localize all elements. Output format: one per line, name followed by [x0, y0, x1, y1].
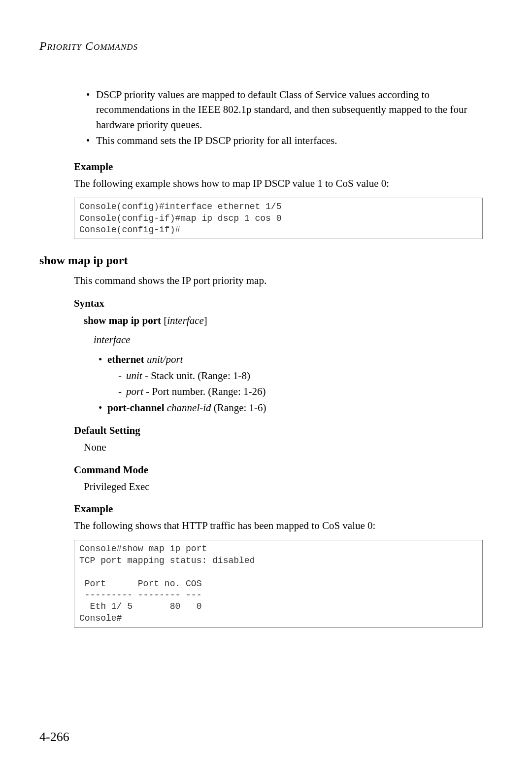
syntax-block: show map ip port [interface] interface e… [84, 313, 483, 416]
syntax-command-line: show map ip port [interface] [84, 313, 483, 329]
example2-text: The following shows that HTTP traffic ha… [74, 518, 483, 533]
ethernet-params-list: unit - Stack unit. (Range: 1-8) port - P… [118, 368, 483, 400]
example-text: The following example shows how to map I… [74, 176, 483, 191]
page-number: 4-266 [39, 730, 69, 744]
command-mode-heading: Command Mode [74, 464, 483, 476]
intro-bullet-list: DSCP priority values are mapped to defau… [86, 87, 483, 148]
list-item: port - Port number. (Range: 1-26) [118, 384, 483, 400]
syntax-bracket-close: ] [204, 315, 207, 326]
default-setting-value: None [84, 440, 483, 455]
unit-desc: - Stack unit. (Range: 1-8) [142, 370, 250, 382]
list-item: This command sets the IP DSCP priority f… [86, 133, 483, 148]
command-content: This command shows the IP port priority … [74, 273, 483, 628]
list-item: DSCP priority values are mapped to defau… [86, 87, 483, 132]
example-heading: Example [74, 161, 483, 173]
interface-label: interface [94, 332, 483, 349]
interface-options-list: ethernet unit/port unit - Stack unit. (R… [99, 352, 483, 416]
list-item: ethernet unit/port unit - Stack unit. (R… [99, 352, 483, 400]
syntax-heading: Syntax [74, 297, 483, 310]
syntax-arg: interface [167, 315, 204, 326]
list-item: unit - Stack unit. (Range: 1-8) [118, 368, 483, 384]
portchannel-keyword: port-channel [107, 402, 165, 414]
page-header: Priority Commands [39, 39, 493, 53]
command-title: show map ip port [39, 254, 493, 267]
command-description: This command shows the IP port priority … [74, 273, 483, 288]
command-mode-value: Privileged Exec [84, 479, 483, 494]
default-setting-heading: Default Setting [74, 424, 483, 437]
portchannel-range: (Range: 1-6) [211, 402, 266, 414]
example2-heading: Example [74, 503, 483, 515]
main-content: DSCP priority values are mapped to defau… [74, 87, 483, 239]
syntax-command-bold: show map ip port [84, 315, 161, 326]
list-item: port-channel channel-id (Range: 1-6) [99, 400, 483, 416]
port-desc: - Port number. (Range: 1-26) [143, 386, 266, 397]
ethernet-args: unit/port [147, 353, 183, 365]
port-label: port [126, 386, 143, 397]
code-block: Console(config)#interface ethernet 1/5 C… [74, 198, 483, 239]
code-block: Console#show map ip port TCP port mappin… [74, 540, 483, 628]
ethernet-keyword: ethernet [107, 353, 144, 365]
portchannel-arg: channel-id [167, 402, 211, 414]
unit-label: unit [126, 370, 142, 382]
